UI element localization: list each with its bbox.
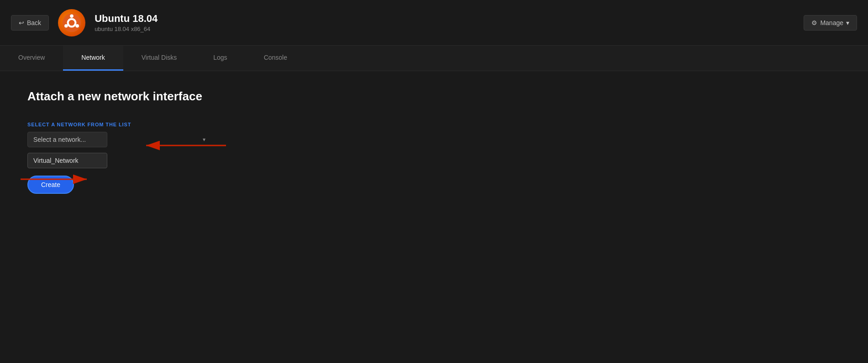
tab-console[interactable]: Console bbox=[246, 46, 305, 71]
svg-point-3 bbox=[76, 24, 79, 27]
back-label: Back bbox=[27, 19, 41, 26]
tab-virtual-disks[interactable]: Virtual Disks bbox=[123, 46, 195, 71]
svg-point-2 bbox=[70, 14, 74, 18]
svg-point-4 bbox=[64, 24, 68, 27]
back-icon: ↩ bbox=[19, 19, 24, 26]
tab-logs[interactable]: Logs bbox=[195, 46, 245, 71]
chevron-down-icon: ▾ bbox=[846, 19, 849, 26]
chevron-down-icon: ▾ bbox=[203, 136, 205, 143]
nav-tabs: Overview Network Virtual Disks Logs Cons… bbox=[0, 46, 868, 71]
back-button[interactable]: ↩ Back bbox=[11, 15, 49, 31]
form-section: SELECT A NETWORK FROM THE LIST Select a … bbox=[27, 122, 210, 194]
ubuntu-logo-svg bbox=[62, 13, 81, 32]
vm-subtitle: ubuntu 18.04 x86_64 bbox=[95, 26, 158, 32]
manage-button[interactable]: ⚙ Manage ▾ bbox=[804, 15, 857, 31]
dropdown-selected-option[interactable]: Virtual_Network bbox=[27, 153, 107, 168]
vm-title: Ubuntu 18.04 bbox=[95, 13, 158, 25]
page-title: Attach a new network interface bbox=[27, 89, 841, 104]
tab-overview[interactable]: Overview bbox=[0, 46, 63, 71]
header: ↩ Back Ubuntu 18.04 ubuntu 18.04 x86_64 … bbox=[0, 0, 868, 46]
select-wrapper: Select a network... Virtual_Network ▾ bbox=[27, 132, 210, 147]
tab-network[interactable]: Network bbox=[63, 46, 123, 71]
header-left: ↩ Back Ubuntu 18.04 ubuntu 18.04 x86_64 bbox=[11, 9, 158, 36]
gear-icon: ⚙ bbox=[811, 19, 817, 26]
create-button[interactable]: Create bbox=[27, 176, 74, 194]
main-content: Attach a new network interface SELECT A … bbox=[0, 71, 868, 212]
field-label: SELECT A NETWORK FROM THE LIST bbox=[27, 122, 210, 127]
network-select[interactable]: Select a network... Virtual_Network bbox=[27, 132, 107, 147]
ubuntu-logo bbox=[58, 9, 85, 36]
vm-info: Ubuntu 18.04 ubuntu 18.04 x86_64 bbox=[95, 13, 158, 32]
manage-label: Manage bbox=[820, 19, 843, 26]
